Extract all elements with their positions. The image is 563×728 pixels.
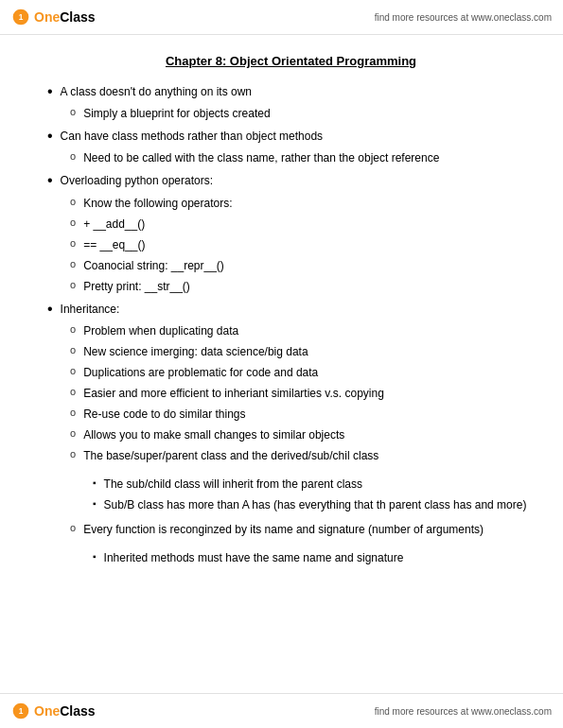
footer-logo: 1 OneClass (11, 702, 96, 720)
sub-bullet-icon: o (70, 106, 76, 117)
square-bullet-icon: ▪ (93, 551, 97, 562)
list-item: o + __add__() (70, 216, 535, 233)
list-item: o == __eq__() (70, 236, 535, 253)
list-item: o Simply a blueprint for objects created (70, 105, 535, 122)
sub-bullet-icon: o (70, 386, 76, 397)
item-text: Overloading python operators: (61, 172, 535, 189)
sub-item-text: + __add__() (83, 216, 535, 233)
list-item: o Easier and more efficient to inheriant… (70, 385, 535, 402)
sub-sub-item-text: Inherited methods must have the same nam… (104, 549, 404, 566)
sub-item-text: Simply a blueprint for objects created (83, 105, 535, 122)
sub-sub-list: ▪ The sub/child class will inherit from … (70, 476, 526, 517)
sub-sub-list: ▪ Inherited methods must have the same n… (70, 549, 403, 570)
bullet-icon: • (47, 127, 53, 145)
list-item: o New science imerging: data science/big… (70, 343, 535, 360)
sub-item-text: Coanocial string: __repr__() (83, 257, 535, 274)
chapter-title: Chapter 8: Object Orientated Programming (47, 54, 535, 68)
square-bullet-icon: ▪ (93, 498, 97, 509)
sub-sub-item-text: Sub/B class has more than A has (has eve… (104, 496, 527, 513)
list-item: ▪ Inherited methods must have the same n… (93, 549, 403, 566)
list-item: o Allows you to make small changes to si… (70, 426, 535, 443)
sub-bullet-icon: o (70, 344, 76, 355)
sub-bullet-icon: o (70, 150, 76, 162)
list-item: o Know the following operators: (70, 195, 535, 212)
sub-bullet-icon: o (70, 323, 76, 335)
footer-logo-icon: 1 (11, 702, 30, 720)
sub-bullet-icon: o (70, 407, 76, 418)
list-item: ▪ The sub/child class will inherit from … (93, 476, 526, 493)
sub-bullet-icon: o (70, 448, 76, 459)
sub-item-text: Pretty print: __str__() (83, 278, 535, 295)
square-bullet-icon: ▪ (93, 477, 97, 488)
item-text: Can have class methods rather than objec… (61, 128, 535, 145)
list-item: o Re-use code to do similar things (70, 406, 535, 423)
sub-bullet-icon: o (70, 258, 76, 269)
sub-list: o Problem when duplicating data o New sc… (47, 322, 535, 570)
header: 1 OneClass find more resources at www.on… (0, 0, 563, 35)
sub-item-text: Easier and more efficient to inheriant s… (83, 385, 535, 402)
bullet-icon: • (47, 82, 53, 100)
sub-item-text: Every function is reconginzed by its nam… (83, 521, 484, 538)
bullet-icon: • (47, 171, 53, 189)
sub-item-text: Need to be called with the class name, r… (83, 149, 535, 166)
logo: 1 OneClass (11, 8, 96, 26)
sub-item-text: Allows you to make small changes to simi… (83, 426, 535, 443)
sub-bullet-icon: o (70, 217, 76, 228)
header-tagline: find more resources at www.oneclass.com (375, 12, 552, 23)
main-list: • A class doesn't do anything on its own… (47, 83, 535, 570)
list-item: o Problem when duplicating data (70, 322, 535, 339)
logo-label: OneClass (34, 9, 96, 25)
sub-bullet-icon: o (70, 522, 76, 533)
sub-bullet-icon: o (70, 237, 76, 249)
sub-list: o Know the following operators: o + __ad… (47, 195, 535, 295)
sub-sub-item-text: The sub/child class will inherit from th… (104, 476, 527, 493)
item-text: Inheritance: (61, 301, 535, 318)
list-item: • Inheritance: o Problem when duplicatin… (47, 301, 535, 570)
main-content: Chapter 8: Object Orientated Programming… (0, 35, 563, 595)
list-item: o Duplications are problematic for code … (70, 364, 535, 381)
footer-logo-label: OneClass (34, 703, 96, 719)
sub-bullet-icon: o (70, 196, 76, 207)
sub-item-text: Duplications are problematic for code an… (83, 364, 535, 381)
sub-item-text: Know the following operators: (83, 195, 535, 212)
list-item: o Coanocial string: __repr__() (70, 257, 535, 274)
sub-list: o Need to be called with the class name,… (47, 149, 535, 166)
sub-bullet-icon: o (70, 279, 76, 290)
list-item: o Every function is reconginzed by its n… (70, 521, 535, 570)
list-item: • A class doesn't do anything on its own… (47, 83, 535, 122)
list-item: ▪ Sub/B class has more than A has (has e… (93, 496, 526, 513)
footer: 1 OneClass find more resources at www.on… (0, 693, 563, 728)
footer-tagline: find more resources at www.oneclass.com (375, 706, 552, 717)
item-text: A class doesn't do anything on its own (61, 83, 535, 100)
sub-item-text: The base/super/parent class and the deri… (83, 447, 378, 464)
list-item: • Can have class methods rather than obj… (47, 128, 535, 166)
list-item: o The base/super/parent class and the de… (70, 447, 535, 517)
list-item: o Pretty print: __str__() (70, 278, 535, 295)
sub-item-text: Re-use code to do similar things (83, 406, 535, 423)
svg-text:1: 1 (19, 12, 24, 22)
bullet-icon: • (47, 300, 53, 318)
sub-list: o Simply a blueprint for objects created (47, 105, 535, 122)
list-item: o Need to be called with the class name,… (70, 149, 535, 166)
svg-text:1: 1 (19, 706, 24, 716)
logo-icon: 1 (11, 8, 30, 26)
sub-item-text: Problem when duplicating data (83, 322, 535, 339)
sub-bullet-icon: o (70, 365, 76, 376)
list-item: • Overloading python operators: o Know t… (47, 172, 535, 294)
sub-item-text: New science imerging: data science/big d… (83, 343, 535, 360)
sub-bullet-icon: o (70, 427, 76, 439)
sub-item-text: == __eq__() (83, 236, 535, 253)
